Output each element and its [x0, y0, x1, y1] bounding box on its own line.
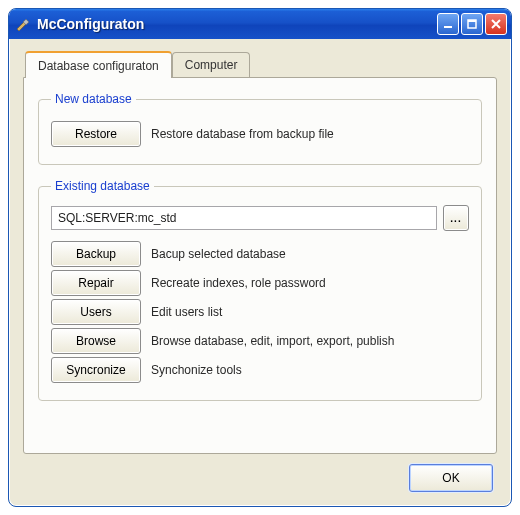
- syncronize-button[interactable]: Syncronize: [51, 357, 141, 383]
- app-window: McConfiguraton Database configuraton Com…: [8, 8, 512, 507]
- connection-row: ...: [51, 205, 469, 231]
- syncronize-row: Syncronize Synchonize tools: [51, 357, 469, 383]
- tab-label: Database configuraton: [38, 59, 159, 73]
- group-legend: Existing database: [51, 179, 154, 193]
- window-title: McConfiguraton: [37, 16, 437, 32]
- users-button[interactable]: Users: [51, 299, 141, 325]
- repair-row: Repair Recreate indexes, role password: [51, 270, 469, 296]
- tab-computer[interactable]: Computer: [172, 52, 251, 77]
- svg-rect-3: [468, 20, 476, 22]
- ok-button[interactable]: OK: [409, 464, 493, 492]
- restore-button[interactable]: Restore: [51, 121, 141, 147]
- tab-label: Computer: [185, 58, 238, 72]
- backup-description: Bacup selected database: [151, 247, 286, 261]
- svg-rect-1: [444, 26, 452, 28]
- window-buttons: [437, 13, 507, 35]
- browse-row: Browse Browse database, edit, import, ex…: [51, 328, 469, 354]
- group-new-database: New database Restore Restore database fr…: [38, 92, 482, 165]
- backup-button[interactable]: Backup: [51, 241, 141, 267]
- browse-description: Browse database, edit, import, export, p…: [151, 334, 394, 348]
- browse-connection-button[interactable]: ...: [443, 205, 469, 231]
- dialog-footer: OK: [23, 454, 497, 496]
- maximize-button[interactable]: [461, 13, 483, 35]
- tab-strip: Database configuraton Computer: [23, 51, 497, 77]
- title-bar: McConfiguraton: [9, 9, 511, 39]
- close-button[interactable]: [485, 13, 507, 35]
- tab-database-configuration[interactable]: Database configuraton: [25, 51, 172, 78]
- browse-button[interactable]: Browse: [51, 328, 141, 354]
- syncronize-description: Synchonize tools: [151, 363, 242, 377]
- repair-description: Recreate indexes, role password: [151, 276, 326, 290]
- group-legend: New database: [51, 92, 136, 106]
- users-row: Users Edit users list: [51, 299, 469, 325]
- group-existing-database: Existing database ... Backup Bacup selec…: [38, 179, 482, 401]
- restore-row: Restore Restore database from backup fil…: [51, 121, 469, 147]
- app-icon: [15, 16, 31, 32]
- restore-description: Restore database from backup file: [151, 127, 334, 141]
- repair-button[interactable]: Repair: [51, 270, 141, 296]
- tab-panel-database: New database Restore Restore database fr…: [23, 77, 497, 454]
- connection-string-input[interactable]: [51, 206, 437, 230]
- backup-row: Backup Bacup selected database: [51, 241, 469, 267]
- users-description: Edit users list: [151, 305, 222, 319]
- client-area: Database configuraton Computer New datab…: [9, 39, 511, 506]
- minimize-button[interactable]: [437, 13, 459, 35]
